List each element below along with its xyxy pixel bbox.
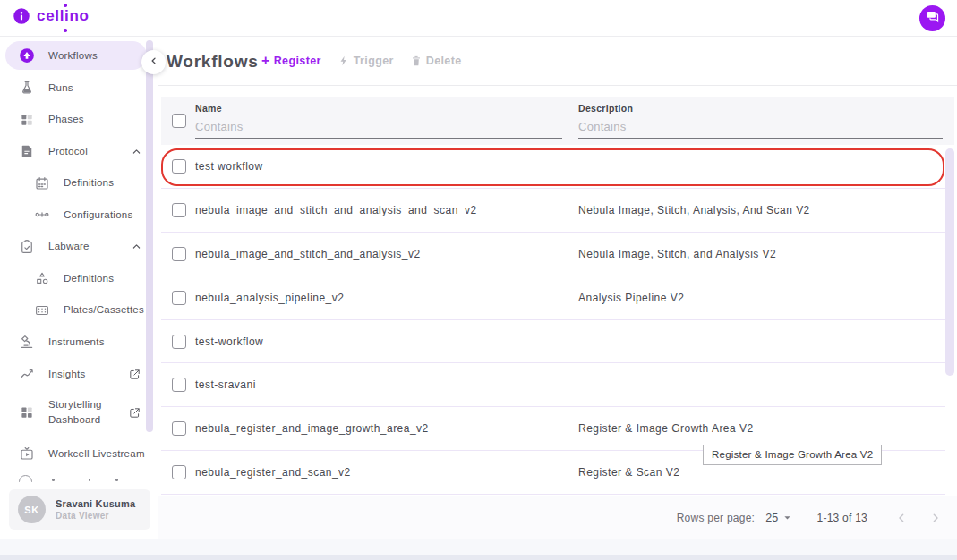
row-checkbox[interactable]: [172, 159, 186, 174]
cell-description: Analysis Pipeline V2: [578, 292, 684, 304]
cell-name: nebula_analysis_pipeline_v2: [195, 292, 344, 304]
table-scrollbar[interactable]: [945, 148, 954, 376]
cell-name: test-sravani: [195, 378, 256, 391]
plus-icon: +: [261, 55, 270, 66]
top-bar: cellino: [0, 0, 957, 37]
cell-description: Nebula Image, Stitch, and Analysis V2: [578, 248, 776, 260]
description-filter-input[interactable]: [578, 118, 943, 139]
sidebar-item-insights[interactable]: Insights: [0, 358, 158, 390]
cell-description: Nebula Image, Stitch, Analysis, And Scan…: [578, 204, 810, 216]
dashboard-icon: [19, 404, 35, 420]
sidebar-item-definitions[interactable]: Definitions: [0, 167, 158, 199]
sidebar-item-runs[interactable]: Runs: [0, 72, 158, 104]
labware-icon: [19, 239, 35, 255]
row-checkbox[interactable]: [172, 247, 186, 261]
chat-button[interactable]: [919, 5, 945, 31]
chevron-up-icon[interactable]: [130, 240, 143, 253]
sidebar-scrollbar[interactable]: [146, 40, 153, 432]
rows-per-page-label: Rows per page:: [677, 512, 755, 524]
external-link-icon: [128, 406, 141, 420]
sidebar: WorkflowsRunsPhasesProtocolDefinitionsCo…: [0, 37, 158, 539]
sidebar-collapse-button[interactable]: [141, 50, 166, 74]
bottom-band: [0, 539, 957, 555]
sidebar-item-label: Instruments: [48, 335, 105, 350]
cell-name: nebula_register_and_image_growth_area_v2: [195, 422, 429, 435]
name-filter-input[interactable]: [195, 118, 562, 139]
logo-dot-top: [64, 4, 67, 7]
protocol-icon: [19, 143, 35, 159]
sidebar-item-storytelling-dashboard[interactable]: Storytelling Dashboard: [0, 390, 158, 435]
external-link-icon: [128, 368, 141, 381]
sidebar-item-plates-cassettes[interactable]: Plates/Cassettes: [0, 294, 158, 326]
runs-icon: [19, 80, 35, 96]
row-checkbox[interactable]: [172, 335, 186, 349]
cell-name: test workflow: [195, 160, 263, 173]
brand-name: cellino: [37, 7, 90, 25]
sidebar-item-labware[interactable]: Labware: [0, 231, 158, 262]
row-checkbox[interactable]: [172, 421, 186, 436]
profile-role: Data Viewer: [56, 511, 135, 521]
brand-logo[interactable]: cellino: [13, 7, 90, 25]
user-profile[interactable]: SK Sravani Kusuma Data Viewer: [9, 489, 150, 530]
row-checkbox[interactable]: [172, 465, 186, 479]
logo-dot-bottom: [64, 29, 67, 32]
sidebar-item-workflows[interactable]: Workflows: [0, 39, 158, 72]
table-row[interactable]: test workflow: [161, 145, 945, 189]
table-row[interactable]: test-sravani: [161, 363, 945, 407]
rows-per-page-select[interactable]: 25: [765, 511, 793, 524]
calendar-icon: [34, 175, 50, 191]
table-row[interactable]: test-workflow: [161, 320, 945, 364]
sidebar-item-instruments[interactable]: Instruments: [0, 326, 158, 358]
chevron-up-icon[interactable]: [130, 145, 143, 158]
register-button[interactable]: + Register: [261, 55, 321, 67]
row-checkbox[interactable]: [172, 291, 186, 305]
tooltip: Register & Image Growth Area V2: [703, 445, 882, 465]
select-all-checkbox[interactable]: [172, 114, 186, 128]
sidebar-item-label: Protocol: [48, 144, 88, 159]
page-title: Workflows: [167, 52, 259, 72]
lightning-icon: [338, 55, 350, 67]
workflows-icon: [19, 47, 35, 64]
sidebar-item-label: Definitions: [64, 271, 114, 286]
plates-icon: [34, 302, 50, 318]
row-checkbox[interactable]: [172, 203, 186, 217]
sidebar-item-workcell-livestream[interactable]: Workcell Livestream: [0, 435, 158, 472]
sidebar-item-label: Workflows: [48, 48, 98, 64]
sidebar-item-protocol[interactable]: Protocol: [0, 135, 158, 167]
configurations-icon: [34, 207, 50, 223]
previous-page-button[interactable]: [894, 511, 909, 525]
sidebar-item-phases[interactable]: Phases: [0, 104, 158, 135]
row-checkbox[interactable]: [172, 378, 186, 392]
cell-name: nebula_image_and_stitch_and_analysis_and…: [195, 204, 477, 216]
sidebar-item-label: Runs: [48, 81, 73, 96]
sidebar-item-definitions[interactable]: Definitions: [0, 262, 158, 294]
cell-name: nebula_image_and_stitch_and_analysis_v2: [195, 248, 421, 260]
table-rows: test workflownebula_image_and_stitch_and…: [161, 145, 945, 495]
toolbar: + Register Trigger Delete: [261, 55, 462, 67]
sidebar-item-label: Plates/Cassettes: [64, 302, 144, 318]
trigger-button[interactable]: Trigger: [338, 55, 394, 67]
forum-icon: [925, 9, 940, 28]
sidebar-item-label: Configurations: [64, 208, 132, 223]
table-row[interactable]: nebula_image_and_stitch_and_analysis_v2N…: [161, 233, 945, 276]
app-window: cellino WorkflowsRunsPhasesProtocolDefin…: [0, 0, 957, 560]
profile-name: Sravani Kusuma: [56, 498, 135, 509]
sidebar-item-partial[interactable]: [0, 472, 158, 482]
sidebar-item-configurations[interactable]: Configurations: [0, 199, 158, 231]
table-row[interactable]: nebula_analysis_pipeline_v2Analysis Pipe…: [161, 276, 945, 320]
trash-icon: [410, 55, 423, 67]
partial-text-fragment: [52, 479, 55, 481]
sidebar-item-label: Storytelling Dashboard: [48, 397, 127, 427]
sidebar-item-label: Labware: [48, 239, 90, 254]
sidebar-item-label: Phases: [48, 112, 84, 127]
search-icon: [19, 475, 32, 482]
chevron-right-icon: [928, 513, 943, 528]
table-header: Name Description: [161, 97, 954, 145]
cell-name: nebula_register_and_scan_v2: [195, 466, 351, 479]
column-header-description: Description: [578, 103, 943, 114]
cellino-logo-icon: [13, 7, 30, 25]
table-row[interactable]: nebula_image_and_stitch_and_analysis_and…: [161, 189, 945, 233]
pagination-range: 1-13 of 13: [817, 512, 867, 524]
next-page-button[interactable]: [928, 511, 943, 525]
delete-button[interactable]: Delete: [410, 55, 462, 67]
